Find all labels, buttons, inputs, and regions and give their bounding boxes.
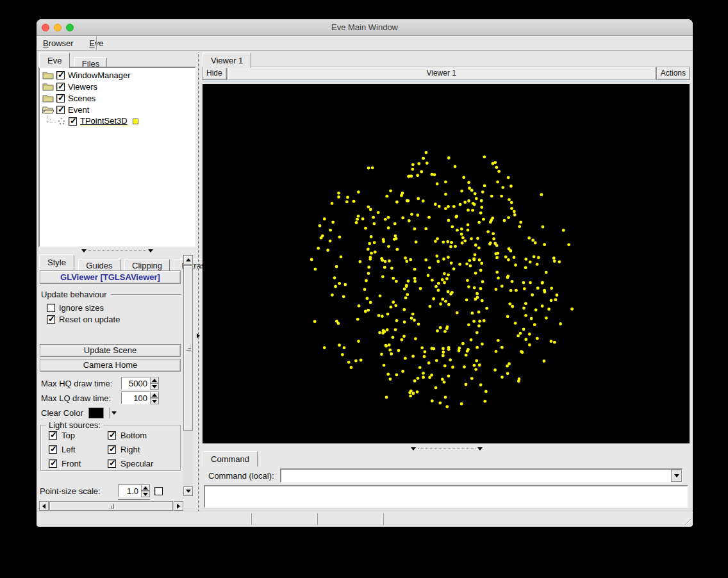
tree-checkbox[interactable] xyxy=(69,117,77,126)
tab-command[interactable]: Command xyxy=(203,451,258,467)
style-panel-vscrollbar[interactable] xyxy=(183,255,193,496)
point-size-override-checkbox[interactable] xyxy=(154,487,163,495)
hscroll-thumb[interactable] xyxy=(49,501,173,511)
light-right-checkbox[interactable] xyxy=(108,445,116,454)
chevron-down-icon xyxy=(81,249,87,252)
tree-checkbox[interactable] xyxy=(56,71,65,79)
hide-button[interactable]: Hide xyxy=(202,67,227,80)
style-panel-hscrollbar[interactable] xyxy=(39,501,183,511)
camera-home-button[interactable]: Camera Home xyxy=(40,359,181,372)
light-left-checkbox[interactable] xyxy=(49,445,57,454)
light-specular-checkbox[interactable] xyxy=(108,459,116,468)
max-hq-value[interactable]: 5000 xyxy=(121,377,150,390)
spin-down-button[interactable] xyxy=(150,383,159,390)
tree-item-windowmanager[interactable]: WindowManager xyxy=(42,69,131,81)
reset-on-update-checkbox[interactable] xyxy=(47,315,55,324)
tree-checkbox[interactable] xyxy=(56,83,65,91)
light-sources-group: Light sources: Top Bottom Left Right Fro… xyxy=(40,425,181,471)
spin-up-button[interactable] xyxy=(150,392,159,398)
combo-dropdown-button[interactable] xyxy=(671,470,682,482)
point-size-scale-row: Point-size scale: 1.0 xyxy=(40,484,163,497)
line-width-scale-row: Line-width scale: 1.0 xyxy=(40,499,163,500)
tree-item-label[interactable]: Viewers xyxy=(67,82,98,92)
scroll-right-button[interactable] xyxy=(174,501,183,511)
menubar-divider xyxy=(96,37,97,51)
line-width-value[interactable]: 1.0 xyxy=(118,499,141,500)
point-size-value[interactable]: 1.0 xyxy=(118,484,141,497)
max-lq-spinner: 100 xyxy=(121,392,159,404)
menu-browser[interactable]: Browser xyxy=(37,37,80,51)
actions-button[interactable]: Actions xyxy=(656,67,690,80)
status-section xyxy=(317,513,383,525)
chevron-down-icon xyxy=(411,447,416,450)
left-panel-splitter[interactable] xyxy=(81,248,153,253)
gl-viewport[interactable] xyxy=(203,84,690,443)
light-right-row: Right xyxy=(108,445,172,454)
light-specular-label: Specular xyxy=(120,459,153,468)
light-front-label: Front xyxy=(62,459,81,468)
tab-eve[interactable]: Eve xyxy=(39,53,70,68)
scroll-down-button[interactable] xyxy=(183,486,193,496)
tree-item-label[interactable]: WindowManager xyxy=(67,70,131,80)
clear-color-swatch[interactable] xyxy=(88,408,104,418)
light-front-checkbox[interactable] xyxy=(49,459,57,468)
style-panel: GLViewer [TGLSAViewer] Update behaviour … xyxy=(39,269,183,500)
glviewer-button[interactable]: GLViewer [TGLSAViewer] xyxy=(40,270,181,284)
spin-up-button[interactable] xyxy=(150,377,159,383)
ignore-sizes-row: Ignore sizes xyxy=(47,303,104,313)
ignore-sizes-checkbox[interactable] xyxy=(47,304,55,312)
window-titlebar[interactable]: Eve Main Window xyxy=(37,19,693,36)
spin-up-button[interactable] xyxy=(141,499,150,500)
tree-item-scenes[interactable]: Scenes xyxy=(42,92,96,104)
viewer-tabbar: Viewer 1 xyxy=(203,53,252,67)
points-icon xyxy=(57,117,66,126)
max-hq-spinner: 5000 xyxy=(121,377,159,390)
viewer-bottom-splitter[interactable] xyxy=(203,446,690,451)
light-bottom-checkbox[interactable] xyxy=(108,431,116,440)
tree-item-tpointset3d[interactable]: TPointSet3D xyxy=(57,115,138,127)
spin-down-button[interactable] xyxy=(141,491,150,497)
light-specular-row: Specular xyxy=(108,459,172,468)
tree-checkbox[interactable] xyxy=(56,94,65,103)
main-splitter[interactable] xyxy=(196,53,201,511)
tab-viewer-1[interactable]: Viewer 1 xyxy=(203,53,251,68)
tab-style[interactable]: Style xyxy=(39,254,74,270)
status-section xyxy=(251,513,317,525)
command-combobox[interactable] xyxy=(280,468,682,483)
chevron-down-icon xyxy=(148,249,153,252)
command-output xyxy=(204,485,688,508)
scroll-up-button[interactable] xyxy=(183,255,193,265)
status-section xyxy=(37,513,251,525)
status-bar xyxy=(37,513,693,527)
tree-checkbox[interactable] xyxy=(56,106,65,114)
vscroll-thumb[interactable] xyxy=(183,265,193,431)
viewport-canvas xyxy=(203,84,690,443)
tree-item-label[interactable]: Event xyxy=(67,105,90,115)
light-top-label: Top xyxy=(62,431,75,440)
tree-item-label[interactable]: TPointSet3D xyxy=(79,116,128,126)
max-lq-value[interactable]: 100 xyxy=(121,392,150,404)
spin-up-button[interactable] xyxy=(141,484,150,491)
light-top-checkbox[interactable] xyxy=(49,431,57,440)
update-scene-button[interactable]: Update Scene xyxy=(40,344,181,357)
statusbar-divider xyxy=(37,511,693,512)
tree-connector xyxy=(47,115,47,122)
max-lq-row: Max LQ draw time: 100 xyxy=(41,392,159,404)
viewer-title[interactable]: Viewer 1 xyxy=(228,67,656,80)
light-top-row: Top xyxy=(49,431,108,440)
tree-item-event[interactable]: Event xyxy=(42,104,90,115)
chevron-right-icon xyxy=(197,333,200,338)
clear-color-dropdown[interactable] xyxy=(109,408,119,418)
command-input[interactable] xyxy=(281,470,671,482)
spin-down-button[interactable] xyxy=(150,398,159,404)
eve-tree-view: WindowManager Viewers Scenes Event xyxy=(38,67,196,247)
light-bottom-row: Bottom xyxy=(108,431,172,440)
update-behaviour-label: Update behaviour xyxy=(41,290,107,299)
tree-item-label[interactable]: Scenes xyxy=(67,94,96,103)
update-behaviour-separator: Update behaviour xyxy=(41,290,181,299)
scroll-left-button[interactable] xyxy=(39,501,49,511)
tree-item-viewers[interactable]: Viewers xyxy=(42,81,98,92)
marker-color-swatch[interactable] xyxy=(133,119,138,124)
clear-color-row: Clear Color xyxy=(41,408,119,418)
max-hq-row: Max HQ draw time: 5000 xyxy=(41,377,159,390)
